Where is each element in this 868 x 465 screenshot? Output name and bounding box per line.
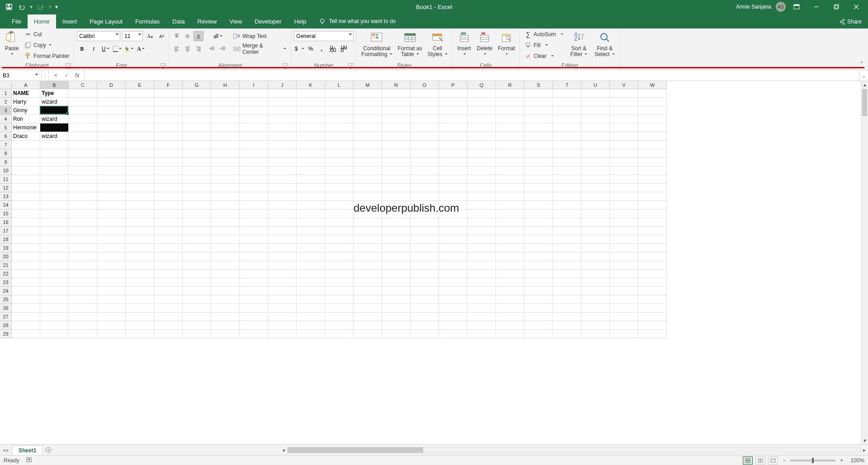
cell-F29[interactable]: [154, 330, 183, 338]
cell-F28[interactable]: [154, 321, 183, 330]
cell-V12[interactable]: [610, 184, 638, 192]
cell-E1[interactable]: [126, 89, 154, 98]
col-header-C[interactable]: C: [69, 81, 97, 89]
cell-O4[interactable]: [410, 115, 439, 123]
macro-record-icon[interactable]: [26, 456, 32, 464]
cell-Q12[interactable]: [467, 184, 496, 192]
cell-F26[interactable]: [154, 304, 183, 313]
cell-C20[interactable]: [69, 252, 97, 261]
cell-R12[interactable]: [496, 184, 524, 192]
row-header-19[interactable]: 19: [0, 244, 12, 252]
cell-F8[interactable]: [154, 149, 183, 158]
close-button[interactable]: [847, 0, 865, 14]
cell-L2[interactable]: [325, 98, 354, 106]
cell-S22[interactable]: [524, 270, 553, 278]
align-center-icon[interactable]: [183, 44, 193, 54]
cell-Q13[interactable]: [467, 192, 496, 201]
cell-F2[interactable]: [154, 98, 183, 106]
cell-A18[interactable]: [12, 235, 40, 244]
cell-G9[interactable]: [183, 158, 211, 166]
cell-N25[interactable]: [382, 295, 410, 304]
cell-K23[interactable]: [297, 278, 325, 287]
cell-M9[interactable]: [354, 158, 382, 166]
cell-J2[interactable]: [268, 98, 297, 106]
col-header-R[interactable]: R: [496, 81, 524, 89]
cell-C19[interactable]: [69, 244, 97, 252]
cell-D17[interactable]: [97, 227, 126, 235]
cell-Q18[interactable]: [467, 235, 496, 244]
undo-icon[interactable]: [16, 1, 27, 12]
cell-W14[interactable]: [638, 201, 667, 209]
cell-Q24[interactable]: [467, 287, 496, 295]
cell-A11[interactable]: [12, 175, 40, 184]
cell-U17[interactable]: [581, 227, 610, 235]
cell-H5[interactable]: [211, 123, 240, 132]
align-top-icon[interactable]: [172, 31, 182, 41]
format-painter-button[interactable]: Format Painter: [23, 51, 71, 61]
cell-R18[interactable]: [496, 235, 524, 244]
cell-O26[interactable]: [410, 304, 439, 313]
cell-K6[interactable]: [297, 132, 325, 141]
cell-P17[interactable]: [439, 227, 467, 235]
cell-M23[interactable]: [354, 278, 382, 287]
cell-U1[interactable]: [581, 89, 610, 98]
cell-U14[interactable]: [581, 201, 610, 209]
cell-R20[interactable]: [496, 252, 524, 261]
cell-B6[interactable]: wizard: [40, 132, 69, 141]
cell-P9[interactable]: [439, 158, 467, 166]
zoom-slider[interactable]: [790, 460, 835, 461]
cell-B27[interactable]: [40, 313, 69, 321]
cell-O13[interactable]: [410, 192, 439, 201]
cell-H1[interactable]: [211, 89, 240, 98]
cell-L23[interactable]: [325, 278, 354, 287]
cell-Q27[interactable]: [467, 313, 496, 321]
cell-I15[interactable]: [240, 209, 268, 218]
cell-K10[interactable]: [297, 166, 325, 175]
cell-A19[interactable]: [12, 244, 40, 252]
cell-V17[interactable]: [610, 227, 638, 235]
cell-M10[interactable]: [354, 166, 382, 175]
cell-U29[interactable]: [581, 330, 610, 338]
cell-M13[interactable]: [354, 192, 382, 201]
cell-K22[interactable]: [297, 270, 325, 278]
cell-V11[interactable]: [610, 175, 638, 184]
cell-L24[interactable]: [325, 287, 354, 295]
cell-W3[interactable]: [638, 106, 667, 115]
row-header-6[interactable]: 6: [0, 132, 12, 141]
cell-M7[interactable]: [354, 141, 382, 149]
cell-Q26[interactable]: [467, 304, 496, 313]
cell-L18[interactable]: [325, 235, 354, 244]
cell-M20[interactable]: [354, 252, 382, 261]
cell-P10[interactable]: [439, 166, 467, 175]
cell-S24[interactable]: [524, 287, 553, 295]
cell-V8[interactable]: [610, 149, 638, 158]
cell-E9[interactable]: [126, 158, 154, 166]
collapse-ribbon-icon[interactable]: ⌃: [857, 59, 866, 68]
cell-J5[interactable]: [268, 123, 297, 132]
cell-H28[interactable]: [211, 321, 240, 330]
cell-F10[interactable]: [154, 166, 183, 175]
decrease-decimal-icon[interactable]: .00.0: [338, 44, 348, 54]
cell-M14[interactable]: [354, 201, 382, 209]
vscroll-thumb[interactable]: [862, 89, 867, 116]
cell-T27[interactable]: [553, 313, 581, 321]
cell-J19[interactable]: [268, 244, 297, 252]
cell-D12[interactable]: [97, 184, 126, 192]
font-name-combo[interactable]: Calibri: [77, 31, 120, 41]
clear-button[interactable]: Clear: [523, 51, 565, 61]
cell-Q1[interactable]: [467, 89, 496, 98]
view-page-layout-icon[interactable]: [755, 456, 765, 465]
cell-F5[interactable]: [154, 123, 183, 132]
cell-L9[interactable]: [325, 158, 354, 166]
cell-R8[interactable]: [496, 149, 524, 158]
cell-Q4[interactable]: [467, 115, 496, 123]
cell-S10[interactable]: [524, 166, 553, 175]
col-header-M[interactable]: M: [354, 81, 382, 89]
cell-G3[interactable]: [183, 106, 211, 115]
cell-L17[interactable]: [325, 227, 354, 235]
cell-T4[interactable]: [553, 115, 581, 123]
col-header-I[interactable]: I: [240, 81, 268, 89]
cell-D29[interactable]: [97, 330, 126, 338]
cell-F15[interactable]: [154, 209, 183, 218]
cell-Q7[interactable]: [467, 141, 496, 149]
